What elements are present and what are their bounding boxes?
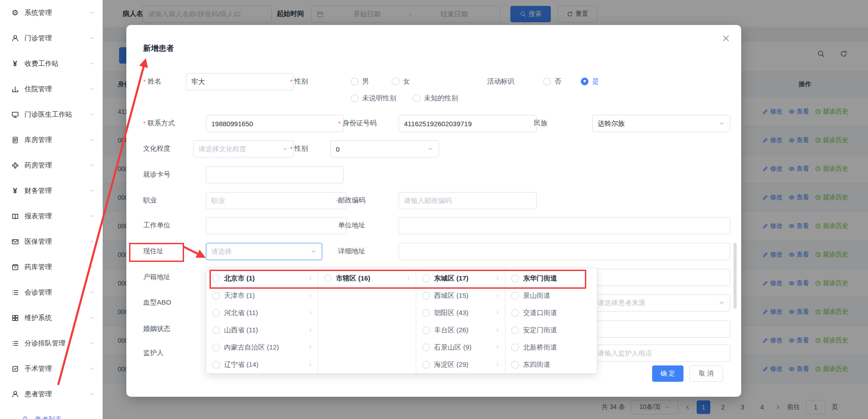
sidebar-item-label: 住院管理 bbox=[25, 85, 89, 94]
sidebar-item-patient-list[interactable]: 患者列表 bbox=[0, 407, 103, 419]
sidebar-item-outpatient-management[interactable]: 门诊管理 bbox=[0, 25, 103, 51]
page: ⚙系统管理 门诊管理 ¥收费工作站 住院管理 门诊医生工作站 库房管理 药房管理… bbox=[0, 0, 868, 419]
active-flag-radio-yes[interactable]: 是 bbox=[581, 73, 599, 89]
cascader-option-district[interactable]: 西城区 (15) bbox=[416, 287, 505, 304]
cascader-option-street[interactable]: 东华门街道 bbox=[505, 270, 597, 287]
cascader-option-street[interactable]: 东四街道 bbox=[505, 356, 597, 373]
sidebar-item-triage-queue-management[interactable]: 分诊排队管理 bbox=[0, 330, 103, 356]
dialog-title: 新增患者 bbox=[143, 43, 174, 54]
cascader-option-street[interactable]: 景山街道 bbox=[505, 287, 597, 304]
guardian-phone-input[interactable]: 请输入监护人电话 bbox=[592, 345, 730, 362]
gender2-select[interactable]: 0 bbox=[330, 140, 439, 158]
region-cascader-dropdown: 北京市 (1) 天津市 (1) 河北省 (11) 山西省 (11) 内蒙古自治区… bbox=[206, 268, 597, 374]
cascader-option-district[interactable]: 海淀区 (29) bbox=[416, 356, 505, 373]
modal-scrollbar[interactable] bbox=[733, 243, 737, 309]
ethnicity-select[interactable]: 达斡尔族 bbox=[592, 115, 730, 132]
cascader-option-province[interactable]: 天津市 (1) bbox=[206, 287, 318, 304]
cascader-option-province[interactable]: 内蒙古自治区 (12) bbox=[206, 339, 318, 356]
patient-source-select[interactable]: 请选择患者来源 bbox=[592, 294, 730, 311]
radio-icon bbox=[511, 292, 519, 300]
cascader-option-district[interactable]: 朝阳区 (43) bbox=[416, 304, 505, 321]
work-unit-input[interactable] bbox=[206, 217, 346, 234]
radio-icon bbox=[422, 361, 430, 369]
id-number-input[interactable]: 411625192602039719 bbox=[399, 115, 537, 132]
close-icon[interactable] bbox=[722, 34, 730, 43]
cascader-option-district[interactable]: 东城区 (17) bbox=[416, 270, 505, 287]
radio-icon bbox=[212, 326, 220, 334]
sidebar-item-surgery-management[interactable]: 手术管理 bbox=[0, 356, 103, 381]
household-address-label: 户籍地址 bbox=[143, 269, 170, 285]
sidebar-item-report-management[interactable]: 报表管理 bbox=[0, 203, 103, 229]
chevron-down-icon bbox=[89, 112, 95, 117]
square-icon bbox=[10, 365, 20, 373]
postal-code-input[interactable]: 请输入邮政编码 bbox=[399, 192, 537, 209]
monitor-icon bbox=[10, 111, 20, 118]
sidebar-item-maintenance-system[interactable]: 维护系统 bbox=[0, 305, 103, 330]
active-flag-radio-no[interactable]: 否 bbox=[543, 73, 561, 89]
cancel-button[interactable]: 取 消 bbox=[689, 365, 723, 382]
work-unit-label: 工作单位 bbox=[143, 217, 170, 233]
contact-input[interactable]: 19880991650 bbox=[206, 115, 344, 132]
gender-radio-unknown[interactable]: 未知的性别 bbox=[413, 90, 458, 106]
cascader-option-province[interactable]: 北京市 (1) bbox=[206, 270, 318, 287]
chevron-down-icon bbox=[89, 340, 95, 346]
radio-icon bbox=[212, 309, 220, 317]
book-icon bbox=[10, 212, 20, 220]
yen-icon: ¥ bbox=[10, 60, 20, 68]
occupation-select[interactable]: 职业 bbox=[206, 192, 346, 209]
chevron-right-icon bbox=[308, 276, 313, 281]
household-row-input[interactable] bbox=[592, 269, 730, 286]
chevron-right-icon bbox=[308, 293, 313, 298]
confirm-button[interactable]: 确 定 bbox=[652, 365, 683, 382]
cascader-option-province[interactable]: 山西省 (11) bbox=[206, 321, 318, 339]
cascader-option-street[interactable]: 安定门街道 bbox=[505, 321, 597, 339]
chevron-right-icon bbox=[308, 310, 313, 315]
sidebar-item-outpatient-doctor-workstation[interactable]: 门诊医生工作站 bbox=[0, 102, 103, 127]
gender2-label: *性别 bbox=[290, 140, 308, 157]
gender-radio-female[interactable]: 女 bbox=[392, 73, 410, 89]
sidebar-item-inpatient-management[interactable]: 住院管理 bbox=[0, 76, 103, 102]
sidebar-item-label: 财务管理 bbox=[25, 187, 89, 195]
chevron-right-icon bbox=[308, 327, 313, 333]
guardian-label: 监护人 bbox=[143, 345, 164, 361]
card-number-input[interactable] bbox=[206, 166, 344, 183]
cascader-option-province[interactable]: 河北省 (11) bbox=[206, 304, 318, 321]
sidebar-item-insurance-management[interactable]: 医保管理 bbox=[0, 229, 103, 254]
sidebar-item-charge-workstation[interactable]: ¥收费工作站 bbox=[0, 51, 103, 76]
sidebar-item-system-management[interactable]: ⚙系统管理 bbox=[0, 0, 103, 25]
sidebar-item-warehouse-management[interactable]: 库房管理 bbox=[0, 127, 103, 153]
sidebar-item-finance-management[interactable]: ¥财务管理 bbox=[0, 178, 103, 203]
marital-row-input[interactable] bbox=[592, 320, 730, 338]
chevron-right-icon bbox=[308, 362, 313, 367]
sidebar-item-label: 库房管理 bbox=[25, 136, 89, 144]
detail-address-label: 详细地址 bbox=[338, 243, 365, 259]
sidebar-item-consultation-management[interactable]: 会诊管理 bbox=[0, 280, 103, 305]
sidebar-item-label: 门诊医生工作站 bbox=[25, 110, 89, 119]
education-select[interactable]: 请选择文化程度 bbox=[193, 140, 294, 158]
marital-status-label: 婚姻状态 bbox=[143, 320, 170, 337]
sidebar-item-pharmacy-management[interactable]: 药房管理 bbox=[0, 153, 103, 178]
cascader-option-street[interactable]: 交道口街道 bbox=[505, 304, 597, 321]
chevron-down-icon bbox=[89, 137, 95, 143]
name-input[interactable]: 牢大 bbox=[186, 73, 294, 90]
cascader-option-province[interactable]: 辽宁省 (14) bbox=[206, 356, 318, 373]
gender-radio-unstated[interactable]: 未说明性别 bbox=[351, 90, 396, 106]
radio-icon bbox=[543, 78, 551, 85]
detail-address-input[interactable] bbox=[399, 243, 730, 260]
chevron-down-icon bbox=[89, 10, 95, 15]
sidebar-item-label: 门诊管理 bbox=[25, 34, 89, 43]
sidebar-item-patient-management[interactable]: 患者管理 bbox=[0, 381, 103, 407]
list-icon bbox=[10, 340, 20, 347]
sidebar-item-drug-storage-management[interactable]: 药库管理 bbox=[0, 254, 103, 280]
chevron-down-icon bbox=[282, 146, 288, 152]
gender-radio-male[interactable]: 男 bbox=[351, 73, 369, 89]
cascader-option-street[interactable]: 北新桥街道 bbox=[505, 339, 597, 356]
cascader-option-district[interactable]: 石景山区 (9) bbox=[416, 339, 505, 356]
chevron-right-icon bbox=[495, 327, 500, 333]
cascader-option-city[interactable]: 市辖区 (16) bbox=[318, 270, 416, 287]
radio-icon bbox=[212, 344, 220, 351]
cascader-option-district[interactable]: 丰台区 (26) bbox=[416, 321, 505, 339]
current-address-cascader[interactable]: 请选择 bbox=[206, 243, 322, 260]
radio-icon bbox=[422, 344, 430, 351]
unit-address-input[interactable] bbox=[399, 217, 730, 234]
